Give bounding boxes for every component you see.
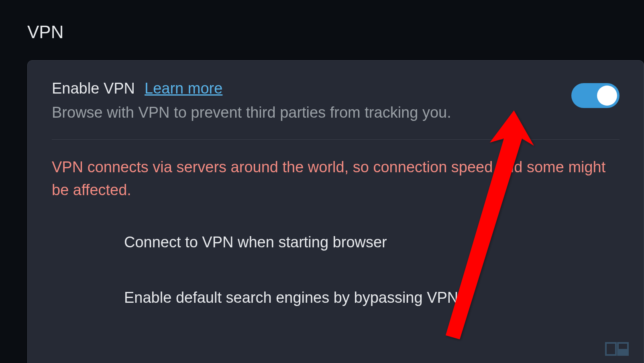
svg-rect-1 (606, 343, 616, 355)
toggle-knob (597, 86, 617, 106)
vpn-warning-text: VPN connects via servers around the worl… (52, 156, 620, 202)
page-title: VPN (0, 0, 644, 42)
enable-vpn-row: Enable VPN Learn more Browse with VPN to… (52, 80, 620, 123)
enable-vpn-toggle[interactable] (571, 83, 620, 108)
svg-rect-3 (618, 349, 628, 355)
connect-on-start-option[interactable]: Connect to VPN when starting browser (52, 234, 620, 251)
enable-vpn-text: Enable VPN Learn more Browse with VPN to… (52, 80, 571, 123)
watermark-icon (604, 339, 636, 359)
vpn-settings-panel: Enable VPN Learn more Browse with VPN to… (27, 60, 644, 363)
learn-more-link[interactable]: Learn more (145, 80, 222, 97)
enable-vpn-title-row: Enable VPN Learn more (52, 80, 571, 97)
bypass-search-engines-option[interactable]: Enable default search engines by bypassi… (52, 289, 620, 306)
enable-vpn-title: Enable VPN (52, 80, 135, 97)
divider (52, 139, 620, 140)
enable-vpn-description: Browse with VPN to prevent third parties… (52, 102, 571, 123)
